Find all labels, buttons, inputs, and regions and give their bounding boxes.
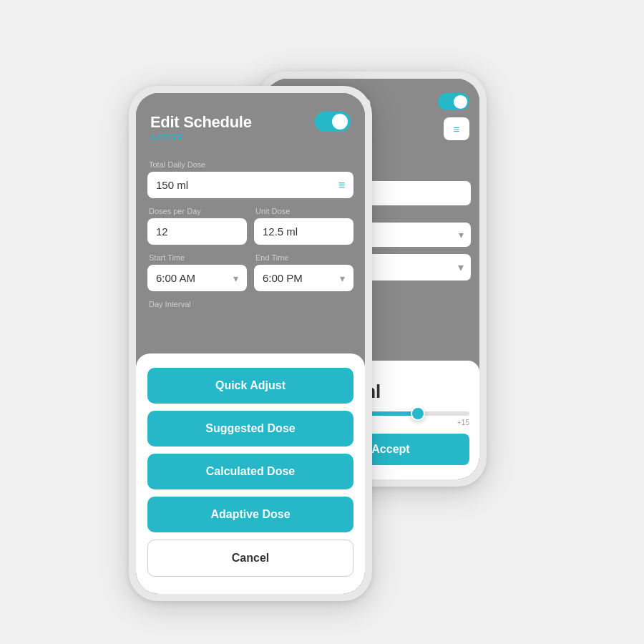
total-daily-dose-input[interactable]: 150 ml ≡ (147, 172, 353, 198)
day-interval-label: Day Interval (149, 300, 353, 308)
unit-dose-value: 12.5 ml (263, 225, 298, 238)
back-extra-chevron: ▾ (458, 260, 464, 274)
quick-adjust-button[interactable]: Quick Adjust (147, 368, 353, 404)
front-screen: Edit Schedule ACTIVE Total Daily Dose 15… (136, 93, 365, 594)
unit-dose-label: Unit Dose (255, 207, 353, 215)
start-time-input[interactable]: 6:00 AM ▾ (147, 265, 247, 291)
back-end-time-chevron: ▾ (459, 229, 464, 240)
suggested-dose-button[interactable]: Suggested Dose (147, 411, 353, 447)
front-form: Total Daily Dose 150 ml ≡ Doses per Day … (136, 153, 365, 318)
cancel-button[interactable]: Cancel (147, 540, 353, 577)
front-subtitle: ACTIVE (150, 133, 351, 142)
slider-max-label: +15 (457, 419, 469, 426)
total-daily-dose-field: Total Daily Dose 150 ml ≡ (147, 160, 353, 198)
doses-per-day-label: Doses per Day (149, 207, 247, 215)
end-time-label: End Time (255, 253, 353, 262)
doses-per-day-col: Doses per Day 12 (147, 207, 247, 253)
unit-dose-col: Unit Dose 12.5 ml (254, 207, 353, 253)
unit-dose-input[interactable]: 12.5 ml (254, 218, 353, 245)
end-time-input[interactable]: 6:00 PM ▾ (254, 265, 353, 291)
end-time-value: 6:00 PM (263, 272, 303, 284)
calculated-dose-button[interactable]: Calculated Dose (147, 454, 353, 489)
front-toggle-knob (332, 114, 348, 130)
total-daily-dose-label: Total Daily Dose (149, 160, 353, 169)
time-row: Start Time 6:00 AM ▾ End Time 6:00 PM ▾ (147, 253, 353, 300)
hamburger-icon: ≡ (454, 124, 460, 135)
back-toggle-switch[interactable] (438, 93, 469, 110)
front-header: Edit Schedule ACTIVE (136, 93, 365, 153)
start-time-label: Start Time (149, 253, 247, 262)
bottom-sheet: Quick Adjust Suggested Dose Calculated D… (136, 353, 365, 594)
total-dose-menu-icon: ≡ (338, 180, 345, 191)
doses-per-day-value: 12 (156, 225, 168, 238)
doses-unit-row: Doses per Day 12 Unit Dose 12.5 ml (147, 207, 353, 253)
front-phone: Edit Schedule ACTIVE Total Daily Dose 15… (129, 86, 372, 601)
adaptive-dose-button[interactable]: Adaptive Dose (147, 497, 353, 532)
start-time-col: Start Time 6:00 AM ▾ (147, 253, 247, 300)
doses-per-day-input[interactable]: 12 (147, 218, 247, 245)
scene: Edit Schedule ACTIVE ≡ Unit Dose 12.5 m (72, 29, 572, 615)
start-time-value: 6:00 AM (156, 272, 195, 284)
end-time-chevron: ▾ (340, 273, 345, 284)
back-menu-button[interactable]: ≡ (444, 117, 469, 140)
front-toggle-switch[interactable] (315, 112, 351, 132)
total-daily-dose-value: 150 ml (156, 179, 188, 191)
start-time-chevron: ▾ (233, 273, 238, 284)
end-time-col: End Time 6:00 PM ▾ (254, 253, 353, 300)
back-toggle-knob (454, 95, 467, 109)
